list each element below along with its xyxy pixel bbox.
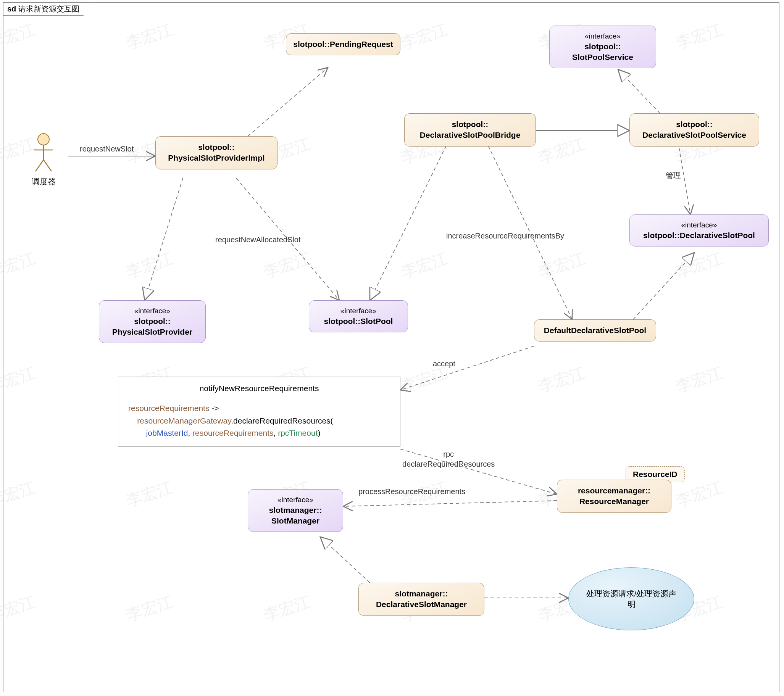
node-slot-pool-service: «interface» slotpool::SlotPoolService xyxy=(549,26,656,68)
watermark: 李宏江 xyxy=(673,19,725,54)
svg-line-9 xyxy=(633,253,694,319)
node-stereo: «interface» xyxy=(557,31,649,41)
label-increase-resource-requirements: increaseResourceRequirementsBy xyxy=(446,232,564,240)
watermark: 李宏江 xyxy=(123,477,176,512)
watermark: 李宏江 xyxy=(535,248,588,283)
svg-line-6 xyxy=(618,69,660,114)
node-name: slotpool::DeclarativeSlotPoolBridge xyxy=(412,119,529,141)
label-rpc-1: rpc xyxy=(402,449,495,459)
watermark: 李宏江 xyxy=(0,362,39,397)
node-name: slotpool::PendingRequest xyxy=(293,39,393,49)
ellipse-process: 处理资源请求/处理资源声明 xyxy=(568,568,694,630)
node-name: slotmanager::SlotManager xyxy=(255,505,336,527)
label-request-new-allocated-slot: requestNewAllocatedSlot xyxy=(215,235,300,244)
node-stereo: «interface» xyxy=(637,220,761,230)
svg-line-12 xyxy=(343,501,557,506)
node-declarative-slot-pool-service: slotpool::DeclarativeSlotPoolService xyxy=(629,114,759,146)
node-default-declarative-slot-pool: DefaultDeclarativeSlotPool xyxy=(534,319,656,342)
watermark: 李宏江 xyxy=(0,477,39,512)
frame-title-tab: sd 请求新资源交互图 xyxy=(3,2,91,16)
svg-line-4 xyxy=(370,146,446,300)
svg-line-1 xyxy=(248,67,328,136)
note-code: resourceRequirements -> resourceManagerG… xyxy=(128,402,390,439)
label-rpc-2: declareRequiredResources xyxy=(402,459,495,469)
watermark: 李宏江 xyxy=(123,248,176,283)
watermark: 李宏江 xyxy=(0,248,39,283)
actor-label: 调度器 xyxy=(30,176,57,187)
diagram-frame: sd 请求新资源交互图 李宏江李宏江李宏江李宏江李宏江李宏江李宏江李宏江李宏江李… xyxy=(3,2,779,692)
watermark: 李宏江 xyxy=(535,362,588,397)
node-declarative-slot-pool: «interface» slotpool::DeclarativeSlotPoo… xyxy=(629,214,769,247)
frame-prefix: sd xyxy=(7,5,16,13)
watermark: 李宏江 xyxy=(0,591,39,626)
frame-title: 请求新资源交互图 xyxy=(18,5,79,13)
node-declarative-slot-manager: slotmanager::DeclarativeSlotManager xyxy=(358,582,484,616)
node-name: slotmanager::DeclarativeSlotManager xyxy=(366,588,477,610)
node-slot-manager: «interface» slotmanager::SlotManager xyxy=(248,489,343,532)
watermark: 李宏江 xyxy=(123,19,176,54)
node-name: slotpool::DeclarativeSlotPool xyxy=(637,230,761,241)
watermark: 李宏江 xyxy=(398,248,450,283)
ellipse-text: 处理资源请求/处理资源声明 xyxy=(586,588,677,610)
watermark: 李宏江 xyxy=(0,19,39,54)
node-name: ResourceID xyxy=(633,470,677,479)
node-name: slotpool::PhysicalSlotProviderImpl xyxy=(163,142,270,164)
node-name: slotpool::PhysicalSlotProvider xyxy=(106,316,198,338)
svg-line-19 xyxy=(43,160,51,171)
node-pending-request: slotpool::PendingRequest xyxy=(286,33,400,55)
node-stereo: «interface» xyxy=(255,495,336,505)
node-declarative-slot-pool-bridge: slotpool::DeclarativeSlotPoolBridge xyxy=(404,114,536,146)
label-process-resource-requirements: processResourceRequirements xyxy=(358,487,465,496)
actor-scheduler: 调度器 xyxy=(30,132,57,187)
node-name: resourcemanager::ResourceManager xyxy=(564,485,664,507)
watermark: 李宏江 xyxy=(261,248,313,283)
watermark: 李宏江 xyxy=(673,362,725,397)
node-resource-manager: resourcemanager::ResourceManager xyxy=(557,480,671,513)
watermark: 李宏江 xyxy=(673,248,725,283)
label-accept: accept xyxy=(433,359,455,368)
node-slot-pool: «interface» slotpool::SlotPool xyxy=(309,300,408,332)
node-name: slotpool::SlotPool xyxy=(316,316,401,327)
label-rpc: rpc declareRequiredResources xyxy=(402,449,495,469)
watermark: 李宏江 xyxy=(123,591,176,626)
svg-line-13 xyxy=(320,537,370,582)
note-notify: notifyNewResourceRequirements resourceRe… xyxy=(118,377,400,447)
watermark: 李宏江 xyxy=(535,133,588,168)
watermark: 李宏江 xyxy=(261,591,313,626)
node-stereo: «interface» xyxy=(106,306,198,316)
svg-line-7 xyxy=(679,148,690,214)
node-physical-slot-provider-impl: slotpool::PhysicalSlotProviderImpl xyxy=(155,136,277,169)
node-physical-slot-provider: «interface» slotpool::PhysicalSlotProvid… xyxy=(99,300,206,343)
label-manage: 管理 xyxy=(666,171,681,181)
svg-line-18 xyxy=(36,160,43,171)
note-title: notifyNewResourceRequirements xyxy=(128,384,390,393)
node-name: DefaultDeclarativeSlotPool xyxy=(541,325,649,336)
node-name: slotpool::DeclarativeSlotPoolService xyxy=(637,119,752,141)
label-request-new-slot: requestNewSlot xyxy=(80,145,133,153)
node-stereo: «interface» xyxy=(316,306,401,316)
actor-icon xyxy=(30,132,57,174)
watermark: 李宏江 xyxy=(398,19,450,54)
svg-line-10 xyxy=(400,346,534,390)
svg-point-15 xyxy=(38,133,49,145)
node-name: slotpool::SlotPoolService xyxy=(557,41,649,63)
svg-line-2 xyxy=(145,178,183,300)
